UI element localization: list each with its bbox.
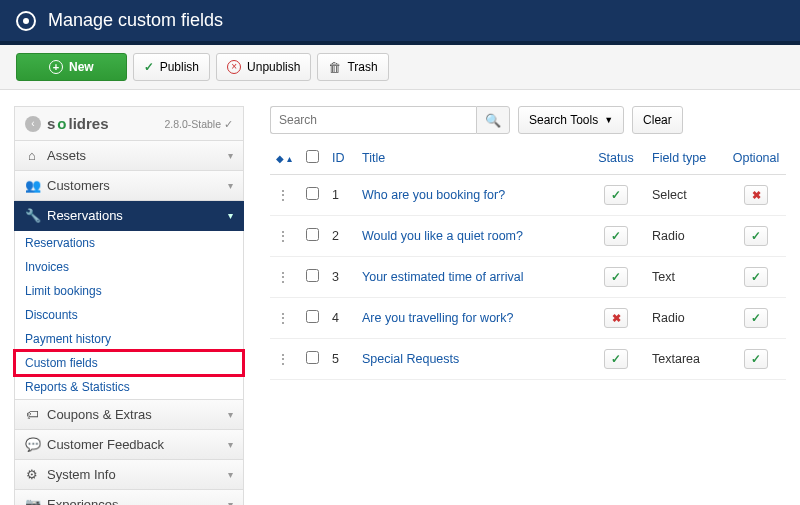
optional-toggle[interactable] <box>744 267 768 287</box>
status-toggle[interactable] <box>604 349 628 369</box>
version-label: 2.8.0-Stable <box>164 118 233 130</box>
row-title-link[interactable]: Would you like a quiet room? <box>362 229 523 243</box>
optional-toggle[interactable] <box>744 185 768 205</box>
status-toggle[interactable] <box>604 185 628 205</box>
chevron-down-icon: ▾ <box>228 180 233 191</box>
check-icon: ✓ <box>144 60 154 74</box>
key-icon: 🔧 <box>25 208 39 223</box>
fields-table: ◆ ▴ ID Title Status Field type Optional … <box>270 144 786 380</box>
sidebar-section-customer-feedback[interactable]: 💬Customer Feedback▾ <box>14 430 244 460</box>
chevron-down-icon: ▾ <box>228 499 233 505</box>
col-fieldtype[interactable]: Field type <box>646 144 726 175</box>
submenu: ReservationsInvoicesLimit bookingsDiscou… <box>14 231 244 400</box>
col-title[interactable]: Title <box>356 144 586 175</box>
accordion: ⌂Assets▾👥Customers▾🔧Reservations▾Reserva… <box>14 141 244 505</box>
section-label: Reservations <box>47 208 123 223</box>
sort-icon: ◆ ▴ <box>276 153 292 164</box>
submenu-item-reservations[interactable]: Reservations <box>15 231 243 255</box>
section-label: Coupons & Extras <box>47 407 152 422</box>
row-id: 5 <box>326 339 356 380</box>
submenu-item-payment-history[interactable]: Payment history <box>15 327 243 351</box>
drag-handle-icon[interactable]: ⋮ <box>276 269 290 285</box>
table-row: ⋮1Who are you booking for?Select <box>270 175 786 216</box>
drag-handle-icon[interactable]: ⋮ <box>276 187 290 203</box>
status-toggle[interactable] <box>604 267 628 287</box>
chevron-down-icon: ▾ <box>228 469 233 480</box>
new-button[interactable]: + New <box>16 53 127 81</box>
sidebar-section-assets[interactable]: ⌂Assets▾ <box>14 141 244 171</box>
row-fieldtype: Radio <box>646 216 726 257</box>
back-icon[interactable]: ‹ <box>25 116 41 132</box>
col-status[interactable]: Status <box>586 144 646 175</box>
table-row: ⋮2Would you like a quiet room?Radio <box>270 216 786 257</box>
submenu-item-limit-bookings[interactable]: Limit bookings <box>15 279 243 303</box>
submenu-item-discounts[interactable]: Discounts <box>15 303 243 327</box>
chevron-down-icon: ▾ <box>228 210 233 221</box>
status-toggle[interactable] <box>604 226 628 246</box>
table-row: ⋮3Your estimated time of arrivalText <box>270 257 786 298</box>
row-fieldtype: Select <box>646 175 726 216</box>
drag-handle-icon[interactable]: ⋮ <box>276 310 290 326</box>
search-input[interactable] <box>270 106 476 134</box>
col-id[interactable]: ID <box>326 144 356 175</box>
unpublish-button[interactable]: × Unpublish <box>216 53 311 81</box>
row-checkbox[interactable] <box>306 187 319 200</box>
row-title-link[interactable]: Your estimated time of arrival <box>362 270 523 284</box>
search-icon: 🔍 <box>485 113 501 128</box>
chevron-down-icon: ▾ <box>228 409 233 420</box>
trash-button[interactable]: 🗑 Trash <box>317 53 388 81</box>
toolbar: + New ✓ Publish × Unpublish 🗑 Trash <box>0 45 800 90</box>
clear-button[interactable]: Clear <box>632 106 683 134</box>
search-submit[interactable]: 🔍 <box>476 106 510 134</box>
chevron-down-icon: ▾ <box>228 439 233 450</box>
sidebar-section-reservations[interactable]: 🔧Reservations▾ <box>14 201 244 231</box>
row-fieldtype: Text <box>646 257 726 298</box>
drag-handle-icon[interactable]: ⋮ <box>276 351 290 367</box>
table-row: ⋮4Are you travelling for work?Radio <box>270 298 786 339</box>
sidebar-section-customers[interactable]: 👥Customers▾ <box>14 171 244 201</box>
search-tools-button[interactable]: Search Tools ▼ <box>518 106 624 134</box>
row-id: 2 <box>326 216 356 257</box>
col-sort[interactable]: ◆ ▴ <box>270 144 300 175</box>
trash-icon: 🗑 <box>328 60 341 75</box>
row-title-link[interactable]: Who are you booking for? <box>362 188 505 202</box>
trash-label: Trash <box>347 60 377 74</box>
section-label: Customers <box>47 178 110 193</box>
section-label: Customer Feedback <box>47 437 164 452</box>
camera-icon: 📷 <box>25 497 39 505</box>
sidebar-section-coupons-extras[interactable]: 🏷Coupons & Extras▾ <box>14 400 244 430</box>
row-checkbox[interactable] <box>306 269 319 282</box>
main: ‹ solidres 2.8.0-Stable ⌂Assets▾👥Custome… <box>0 90 800 505</box>
row-title-link[interactable]: Special Requests <box>362 352 459 366</box>
row-title-link[interactable]: Are you travelling for work? <box>362 311 513 325</box>
optional-toggle[interactable] <box>744 349 768 369</box>
optional-toggle[interactable] <box>744 226 768 246</box>
plus-icon: + <box>49 60 63 74</box>
sidebar-section-system-info[interactable]: ⚙System Info▾ <box>14 460 244 490</box>
check-all[interactable] <box>306 150 319 163</box>
target-icon <box>16 11 36 31</box>
comment-icon: 💬 <box>25 437 39 452</box>
drag-handle-icon[interactable]: ⋮ <box>276 228 290 244</box>
new-label: New <box>69 60 94 74</box>
publish-label: Publish <box>160 60 199 74</box>
submenu-item-reports-statistics[interactable]: Reports & Statistics <box>15 375 243 399</box>
submenu-item-invoices[interactable]: Invoices <box>15 255 243 279</box>
publish-button[interactable]: ✓ Publish <box>133 53 210 81</box>
users-icon: 👥 <box>25 178 39 193</box>
tag-icon: 🏷 <box>25 407 39 422</box>
submenu-item-custom-fields[interactable]: Custom fields <box>15 351 243 375</box>
chevron-down-icon: ▾ <box>228 150 233 161</box>
row-checkbox[interactable] <box>306 351 319 364</box>
section-label: Experiences <box>47 497 119 505</box>
sidebar-section-experiences[interactable]: 📷Experiences▾ <box>14 490 244 505</box>
row-id: 3 <box>326 257 356 298</box>
clear-label: Clear <box>643 113 672 127</box>
row-checkbox[interactable] <box>306 228 319 241</box>
unpublish-icon: × <box>227 60 241 74</box>
col-optional[interactable]: Optional <box>726 144 786 175</box>
optional-toggle[interactable] <box>744 308 768 328</box>
row-checkbox[interactable] <box>306 310 319 323</box>
status-toggle[interactable] <box>604 308 628 328</box>
searchbar: 🔍 Search Tools ▼ Clear <box>270 106 786 134</box>
